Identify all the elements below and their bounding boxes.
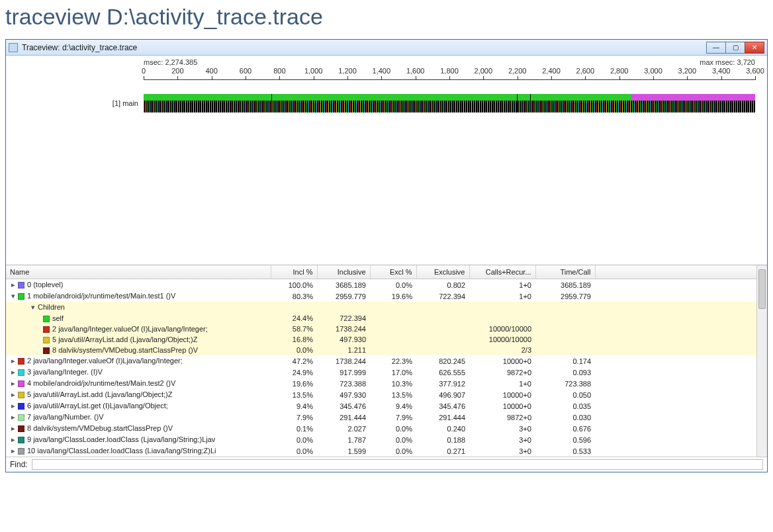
ruler-tick: [416, 76, 416, 80]
method-color-swatch: [18, 403, 24, 410]
method-color-swatch: [18, 437, 24, 443]
method-name: 10 iava/lang/ClassLoader.loadClass (Liav…: [27, 447, 216, 455]
method-name: 5 java/util/ArrayList.add (Ljava/lang/Ob…: [27, 390, 173, 398]
expand-icon[interactable]: ▸: [10, 424, 17, 433]
titlebar[interactable]: Traceview: d:\activity_trace.trace — ▢ ✕: [6, 40, 767, 56]
ruler-tick-label: 3,600: [746, 67, 764, 75]
table-row[interactable]: ▾1 mobile/android/jx/runtime/test/Main.t…: [6, 290, 767, 302]
method-name: Children: [38, 303, 65, 311]
cell-inclusive: 345.476: [317, 400, 370, 412]
col-name[interactable]: Name: [6, 265, 271, 279]
table-row[interactable]: ▸0 (toplevel)100.0%3685.1890.0%0.8021+03…: [6, 279, 767, 291]
cell-excl-pct: 0.0%: [370, 423, 416, 434]
cell-calls: 3+0: [469, 423, 535, 434]
cell-timecall: [535, 313, 595, 324]
table-row[interactable]: ▸7 java/lang/Number. ()V7.9%291.4447.9%2…: [6, 412, 767, 423]
cell-spacer: [595, 290, 767, 302]
table-row[interactable]: ▸8 dalvik/system/VMDebug.startClassPrep …: [6, 423, 767, 434]
method-name: 6 java/util/ArrayList.get (I)Ljava/lang/…: [27, 402, 168, 410]
selection-box[interactable]: [271, 94, 518, 112]
ruler-tick: [144, 76, 144, 80]
cell-spacer: [595, 324, 767, 334]
cell-inclusive: 3685.189: [317, 279, 370, 291]
col-calls[interactable]: Calls+Recur...: [469, 265, 535, 279]
table-row[interactable]: ▸9 java/lang/ClassLoader.loadClass (Ljav…: [6, 434, 767, 445]
cell-excl-pct: [370, 324, 416, 334]
cell-spacer: [595, 423, 767, 434]
expand-icon[interactable]: ▸: [10, 413, 17, 421]
method-name: 8 dalvik/system/VMDebug.startClassPrep (…: [27, 424, 173, 432]
ruler-tick-label: 3,200: [678, 67, 697, 75]
table-row[interactable]: self24.4%722.394: [6, 313, 767, 324]
table-header-row: Name Incl % Inclusive Excl % Exclusive C…: [6, 265, 767, 279]
scrollbar-thumb[interactable]: [758, 269, 766, 309]
cell-inclusive: 1.211: [317, 345, 370, 355]
maximize-button[interactable]: ▢: [725, 42, 745, 54]
minimize-button[interactable]: —: [706, 42, 726, 54]
cell-incl-pct: 19.6%: [271, 378, 317, 389]
method-color-swatch: [18, 293, 24, 300]
col-inclusive[interactable]: Inclusive: [317, 265, 370, 279]
vertical-scrollbar[interactable]: [756, 265, 767, 457]
cell-exclusive: [416, 334, 469, 345]
cell-calls: 3+0: [469, 434, 535, 445]
thread-label: [1] main: [13, 99, 144, 107]
expand-icon[interactable]: ▸: [10, 447, 17, 455]
expand-icon[interactable]: ▸: [10, 435, 17, 444]
cell-inclusive: 2959.779: [317, 290, 370, 302]
table-row[interactable]: ▸4 mobile/android/jx/runtime/test/Main.t…: [6, 378, 767, 389]
expand-icon[interactable]: ▾: [10, 292, 17, 300]
cell-calls: 10000/10000: [469, 334, 535, 345]
close-button[interactable]: ✕: [745, 42, 764, 54]
expand-icon[interactable]: ▸: [10, 379, 17, 388]
trace-bar[interactable]: [144, 94, 755, 112]
table-row[interactable]: 2 java/lang/Integer.valueOf (I)Ljava/lan…: [6, 324, 767, 334]
cell-spacer: [595, 334, 767, 345]
method-name: 8 dalvik/system/VMDebug.startClassPrep (…: [52, 346, 198, 354]
cell-calls: 9872+0: [469, 412, 535, 423]
table-row[interactable]: 8 dalvik/system/VMDebug.startClassPrep (…: [6, 345, 767, 355]
col-timecall[interactable]: Time/Call: [535, 265, 595, 279]
expand-icon[interactable]: ▸: [10, 402, 17, 410]
method-name: 2 java/lang/Integer.valueOf (I)Ljava/lan…: [52, 325, 208, 333]
expand-icon[interactable]: ▾: [30, 303, 36, 312]
expand-icon[interactable]: ▸: [10, 390, 17, 399]
cell-calls: 10000/10000: [469, 324, 535, 334]
ruler-tick-label: 2,000: [475, 67, 493, 75]
table-row[interactable]: 5 java/util/ArrayList.add (Ljava/lang/Ob…: [6, 334, 767, 345]
method-color-swatch: [43, 337, 50, 343]
expand-icon[interactable]: ▸: [10, 368, 17, 377]
table-row[interactable]: ▸2 java/lang/Integer.valueOf (I)Ljava/la…: [6, 355, 767, 367]
cell-exclusive: 626.555: [416, 367, 469, 378]
cell-inclusive: 1738.244: [317, 355, 370, 367]
cell-inclusive: 723.388: [317, 378, 370, 389]
page-heading: traceview D:\activity_trace.trace: [0, 0, 773, 36]
expand-icon[interactable]: ▸: [10, 281, 17, 289]
cell-calls: 3+0: [469, 445, 535, 457]
table-row[interactable]: ▸6 java/util/ArrayList.get (I)Ljava/lang…: [6, 400, 767, 412]
col-exclusive[interactable]: Exclusive: [416, 265, 469, 279]
expand-icon[interactable]: ▸: [10, 357, 17, 365]
table-row[interactable]: ▸5 java/util/ArrayList.add (Ljava/lang/O…: [6, 389, 767, 400]
ruler-tick-label: 2,800: [610, 67, 629, 75]
timeline-empty-area: [13, 112, 760, 265]
cell-inclusive: [317, 302, 370, 313]
time-cursor[interactable]: [530, 94, 531, 112]
table-row[interactable]: ▸10 iava/lang/ClassLoader.loadClass (Lia…: [6, 445, 767, 457]
cell-exclusive: 291.444: [416, 412, 469, 423]
cell-incl-pct: 80.3%: [271, 290, 317, 302]
ruler-tick: [177, 76, 178, 80]
time-ruler[interactable]: 02004006008001,0001,2001,4001,6001,8002,…: [144, 79, 755, 94]
col-incl-pct[interactable]: Incl %: [271, 265, 317, 279]
ruler-tick: [347, 76, 348, 80]
find-input[interactable]: [32, 459, 763, 470]
col-excl-pct[interactable]: Excl %: [370, 265, 416, 279]
method-table: Name Incl % Inclusive Excl % Exclusive C…: [6, 265, 767, 457]
cell-timecall: 723.388: [535, 378, 595, 389]
cell-excl-pct: 13.5%: [370, 389, 416, 400]
ruler-tick-label: 1,600: [406, 67, 425, 75]
cell-exclusive: 820.245: [416, 355, 469, 367]
table-row[interactable]: ▸3 java/lang/Integer. (I)V24.9%917.99917…: [6, 367, 767, 378]
table-row[interactable]: ▾Children: [6, 302, 767, 313]
cell-timecall: 0.174: [535, 355, 595, 367]
